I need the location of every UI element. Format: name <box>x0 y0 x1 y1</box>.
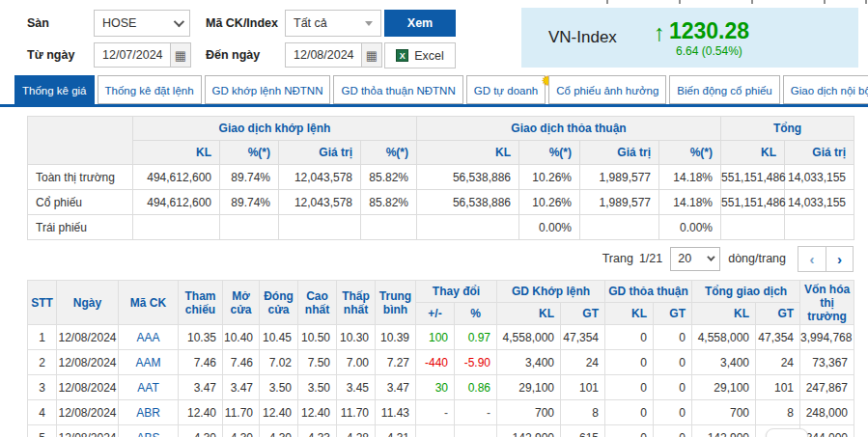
index-name: VN-Index <box>548 28 617 47</box>
stock-code-link[interactable]: AAM <box>119 350 179 375</box>
crop-artifact-tick <box>751 0 753 4</box>
stock-row: 2 12/08/2024 AAM 7.46 7.46 7.02 7.50 7.0… <box>28 350 854 375</box>
col-stt: STT <box>28 281 57 325</box>
summary-row-market: Toàn thị trường 494,612,600 89.74% 12,04… <box>28 165 854 190</box>
stock-row: 3 12/08/2024 AAT 3.47 3.47 3.50 3.50 3.4… <box>28 375 854 400</box>
col-group-change: Thay đổi <box>416 281 497 303</box>
crop-artifact-tick <box>606 0 608 4</box>
index-value: 1230.28 <box>669 18 749 43</box>
col-open: Mở cửa <box>223 281 260 325</box>
index-panel: VN-Index ↑ 1230.28 6.64 (0.54%) <box>521 8 858 68</box>
market-summary-table: Giao dịch khớp lệnh Giao dịch thỏa thuận… <box>27 116 854 240</box>
stock-row: 4 12/08/2024 ABR 12.40 11.70 12.40 12.40… <box>28 400 854 425</box>
page-indicator: 1/21 <box>639 252 662 265</box>
col-group-matched: GD Khớp lệnh <box>497 281 605 303</box>
tab-thong-ke-gia[interactable]: Thống kê giá <box>14 75 95 104</box>
col-mcap: Vốn hóa thị trường <box>800 281 854 325</box>
excel-icon: X <box>396 49 408 62</box>
index-change: 6.64 (0.54%) <box>669 44 749 58</box>
tab-co-phieu-anh-huong[interactable]: Cổ phiếu ảnh hưởng <box>548 75 666 104</box>
col-avg: Trung bình <box>376 281 416 325</box>
tab-thong-ke-dat-lenh[interactable]: Thống kê đặt lệnh <box>98 75 202 104</box>
summary-group-matched: Giao dịch khớp lệnh <box>133 117 417 141</box>
calendar-icon: ▦ <box>366 48 378 63</box>
excel-export-button[interactable]: X Excel <box>384 42 456 68</box>
page-size-value: 20 <box>678 252 691 265</box>
next-page-button[interactable]: › <box>826 246 854 272</box>
summary-group-putthrough: Giao dịch thỏa thuận <box>417 117 721 141</box>
excel-button-label: Excel <box>414 49 444 63</box>
tab-bar: Thống kê giá Thống kê đặt lệnh GD khớp l… <box>14 75 868 104</box>
stock-code-link[interactable]: AAT <box>119 375 179 400</box>
tab-gd-thoa-thuan-ndtnn[interactable]: GD thỏa thuận NĐTNN <box>333 75 462 104</box>
from-date-input[interactable]: 12/07/2024 <box>94 42 171 68</box>
chevron-down-icon <box>707 253 714 260</box>
symbol-select[interactable]: Tất cả <box>285 10 381 37</box>
stock-code-link[interactable]: ABS <box>119 425 179 437</box>
tab-gd-tu-doanh[interactable]: GD tự doanh ✹ <box>466 75 546 104</box>
caret-down-icon <box>365 21 373 26</box>
stock-stats-table: STT Ngày Mã CK Tham chiếu Mở cửa Đóng cử… <box>27 280 854 437</box>
crop-artifact-tick <box>865 0 867 4</box>
symbol-label: Mã CK/Index <box>206 16 278 30</box>
col-date: Ngày <box>57 281 119 325</box>
page-word: Trang <box>602 252 633 265</box>
floating-widget[interactable] <box>766 428 808 437</box>
summary-row-stocks: Cổ phiếu 494,612,600 89.74% 12,043,578 8… <box>28 190 854 215</box>
from-calendar-button[interactable]: ▦ <box>171 42 191 68</box>
col-group-total: Tổng giao dịch <box>692 281 800 303</box>
rows-per-page-label: dòng/trang <box>728 252 786 265</box>
to-calendar-button[interactable]: ▦ <box>362 42 382 68</box>
up-arrow-icon: ↑ <box>654 18 665 47</box>
exchange-select-value: HOSE <box>102 16 136 30</box>
summary-group-total: Tổng <box>721 117 854 141</box>
prev-page-button[interactable]: ‹ <box>798 246 826 272</box>
exchange-label: Sàn <box>27 16 49 30</box>
view-button[interactable]: Xem <box>384 10 456 37</box>
col-code: Mã CK <box>119 281 179 325</box>
to-date-input[interactable]: 12/08/2024 <box>285 42 362 68</box>
exchange-select[interactable]: HOSE <box>94 10 190 37</box>
tab-bien-dong-co-phieu[interactable]: Biến động cổ phiếu <box>669 75 779 104</box>
from-date-label: Từ ngày <box>27 48 74 62</box>
col-group-putthrough: GD thỏa thuận <box>605 281 692 303</box>
col-high: Cao nhất <box>298 281 337 325</box>
stock-code-link[interactable]: ABR <box>119 400 179 425</box>
chevron-down-icon <box>174 16 184 27</box>
summary-row-bonds: Trái phiếu 0.00% 0.00% <box>28 215 854 240</box>
to-date-label: Đến ngày <box>206 48 260 62</box>
tab-gd-khop-lenh-ndtnn[interactable]: GD khớp lệnh NĐTNN <box>205 75 331 104</box>
symbol-select-value: Tất cả <box>294 16 327 30</box>
page-size-select[interactable]: 20 <box>670 247 720 271</box>
col-ref: Tham chiếu <box>179 281 223 325</box>
col-low: Thấp nhất <box>337 281 376 325</box>
tab-underline <box>0 104 868 107</box>
tab-giao-dich-noi-bo[interactable]: Giao dịch nội bộ <box>783 75 868 104</box>
pagination: Trang 1/21 20 dòng/trang ‹ › <box>602 245 854 272</box>
calendar-icon: ▦ <box>175 48 186 63</box>
crop-artifact-tick <box>824 0 826 4</box>
stock-row: 1 12/08/2024 AAA 10.35 10.40 10.45 10.50… <box>28 325 854 350</box>
col-close: Đóng cửa <box>260 281 298 325</box>
crop-artifact-tick <box>679 0 681 4</box>
stock-code-link[interactable]: AAA <box>119 325 179 350</box>
stock-row: 5 12/08/2024 ABS 4.30 4.30 4.30 4.33 4.2… <box>28 425 854 437</box>
summary-empty-header <box>28 117 133 165</box>
